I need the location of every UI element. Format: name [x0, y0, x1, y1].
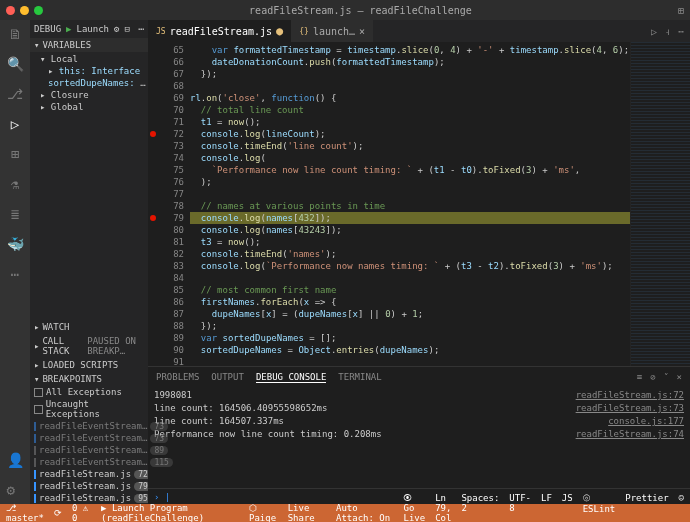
- status-item[interactable]: LF: [541, 493, 552, 522]
- status-item[interactable]: ⬡ Paige: [249, 503, 278, 522]
- debug-config[interactable]: Launch: [77, 24, 110, 34]
- extensions-icon[interactable]: ⊞: [11, 146, 19, 162]
- line-number[interactable]: 91: [148, 356, 184, 366]
- line-number[interactable]: 90: [148, 344, 184, 356]
- status-item[interactable]: ⦾ ESLint: [583, 493, 616, 522]
- code-line[interactable]: var sortedDupeNames = [];: [190, 332, 630, 344]
- checkbox[interactable]: [34, 446, 36, 455]
- test-icon[interactable]: ⚗: [11, 176, 19, 192]
- line-number[interactable]: 79: [148, 212, 184, 224]
- scm-icon[interactable]: ⎇: [7, 86, 23, 102]
- status-item[interactable]: ☺: [679, 493, 684, 522]
- line-number[interactable]: 75: [148, 164, 184, 176]
- sec-variables[interactable]: ▾ VARIABLES: [30, 38, 148, 52]
- line-number[interactable]: 65: [148, 44, 184, 56]
- line-number[interactable]: 88: [148, 320, 184, 332]
- status-item[interactable]: UTF-8: [509, 493, 531, 522]
- checkbox[interactable]: [34, 388, 43, 397]
- sec-breakpoints[interactable]: ▾ BREAKPOINTS: [30, 372, 148, 386]
- close-icon[interactable]: ×: [359, 26, 365, 37]
- code-line[interactable]: var formattedTimestamp = timestamp.slice…: [190, 44, 630, 56]
- breakpoint-item[interactable]: readFileEventStream…73: [30, 420, 148, 432]
- line-number[interactable]: 85: [148, 284, 184, 296]
- scope-local[interactable]: ▾ Local: [40, 53, 148, 65]
- panel-tab[interactable]: PROBLEMS: [156, 372, 199, 382]
- code-line[interactable]: );: [190, 176, 630, 188]
- debug-output[interactable]: 1998081line count: 164506.40955598652msl…: [154, 389, 576, 486]
- breakpoint-item[interactable]: readFileStream.js72: [30, 468, 148, 480]
- code-line[interactable]: console.log(`Performance now names timin…: [190, 260, 630, 272]
- breakpoint-item[interactable]: readFileEventStream…73: [30, 432, 148, 444]
- split-icon[interactable]: ⫞: [665, 26, 670, 37]
- line-number[interactable]: 74: [148, 152, 184, 164]
- checkbox[interactable]: [34, 458, 36, 467]
- minimap[interactable]: [630, 42, 690, 366]
- clear-icon[interactable]: ⊘: [650, 372, 655, 382]
- line-number[interactable]: 67: [148, 68, 184, 80]
- close-traffic[interactable]: [6, 6, 15, 15]
- line-number[interactable]: 82: [148, 248, 184, 260]
- code-line[interactable]: dateDonationCount.push(formattedTimestam…: [190, 56, 630, 68]
- status-item[interactable]: ⎇ master*: [6, 503, 44, 522]
- bp-all-exceptions[interactable]: All Exceptions: [30, 386, 148, 398]
- code-line[interactable]: console.log(: [190, 152, 630, 164]
- db-icon[interactable]: ≣: [11, 206, 19, 222]
- code-line[interactable]: console.timeEnd('line count');: [190, 140, 630, 152]
- line-number[interactable]: 70: [148, 104, 184, 116]
- line-number[interactable]: 78: [148, 200, 184, 212]
- filter-icon[interactable]: ≡: [637, 372, 642, 382]
- run-icon[interactable]: ▷: [651, 26, 657, 37]
- code-line[interactable]: [190, 356, 630, 366]
- checkbox[interactable]: [34, 470, 36, 479]
- sec-callstack[interactable]: ▸ CALL STACK PAUSED ON BREAKP…: [30, 334, 148, 358]
- status-item[interactable]: 0 ⚠ 0: [72, 503, 91, 522]
- code-line[interactable]: t1 = now();: [190, 116, 630, 128]
- editor-tab[interactable]: {}launch…×: [291, 20, 373, 42]
- panel-tab[interactable]: OUTPUT: [211, 372, 244, 382]
- line-number[interactable]: 69: [148, 92, 184, 104]
- code-line[interactable]: [190, 80, 630, 92]
- code-line[interactable]: rl.on('close', function() {: [190, 92, 630, 104]
- line-number[interactable]: 77: [148, 188, 184, 200]
- code-line[interactable]: dupeNames[x] = (dupeNames[x] || 0) + 1;: [190, 308, 630, 320]
- var-this[interactable]: ▸ this: Interface: [40, 65, 148, 77]
- code-line[interactable]: // names at various points in time: [190, 200, 630, 212]
- sec-loaded[interactable]: ▸ LOADED SCRIPTS: [30, 358, 148, 372]
- status-item[interactable]: Prettier: [625, 493, 668, 522]
- var-sorted[interactable]: sortedDupeNames: undefined: [40, 77, 148, 89]
- code-line[interactable]: console.timeEnd('names');: [190, 248, 630, 260]
- code-line[interactable]: });: [190, 320, 630, 332]
- line-number[interactable]: 87: [148, 308, 184, 320]
- debug-source[interactable]: readFileStream.js:72readFileStream.js:73…: [576, 389, 684, 486]
- checkbox[interactable]: [34, 422, 36, 431]
- line-number[interactable]: 89: [148, 332, 184, 344]
- code-line[interactable]: });: [190, 68, 630, 80]
- sec-watch[interactable]: ▸ WATCH: [30, 320, 148, 334]
- code-line[interactable]: // most common first name: [190, 284, 630, 296]
- code-line[interactable]: sortedDupeNames = Object.entries(dupeNam…: [190, 344, 630, 356]
- line-number[interactable]: 73: [148, 140, 184, 152]
- gear-icon[interactable]: ⚙: [114, 24, 119, 34]
- bp-uncaught[interactable]: Uncaught Exceptions: [30, 398, 148, 420]
- code-line[interactable]: // total line count: [190, 104, 630, 116]
- code-line[interactable]: console.log(lineCount);: [190, 128, 630, 140]
- search-icon[interactable]: 🔍: [7, 56, 24, 72]
- chevron-down-icon[interactable]: ˅: [664, 372, 669, 382]
- checkbox[interactable]: [34, 434, 36, 443]
- scope-global[interactable]: ▸ Global: [40, 101, 148, 113]
- source-link[interactable]: readFileStream.js:72: [576, 389, 684, 402]
- code-line[interactable]: console.log(names[432]);: [190, 212, 630, 224]
- min-traffic[interactable]: [20, 6, 29, 15]
- checkbox[interactable]: [34, 405, 43, 414]
- start-debug-icon[interactable]: ▶: [66, 24, 71, 34]
- status-item[interactable]: Ln 79, Col 3: [435, 493, 451, 522]
- gear-icon[interactable]: ⚙: [7, 482, 24, 498]
- source-link[interactable]: console.js:177: [576, 415, 684, 428]
- line-number[interactable]: 86: [148, 296, 184, 308]
- status-item[interactable]: ⦿ Go Live: [403, 493, 425, 522]
- more-icon[interactable]: ⋯: [11, 266, 19, 282]
- scope-closure[interactable]: ▸ Closure: [40, 89, 148, 101]
- status-item[interactable]: Live Share: [288, 503, 326, 522]
- code-lines[interactable]: var formattedTimestamp = timestamp.slice…: [190, 42, 630, 366]
- breakpoint-item[interactable]: readFileEventStream…115: [30, 456, 148, 468]
